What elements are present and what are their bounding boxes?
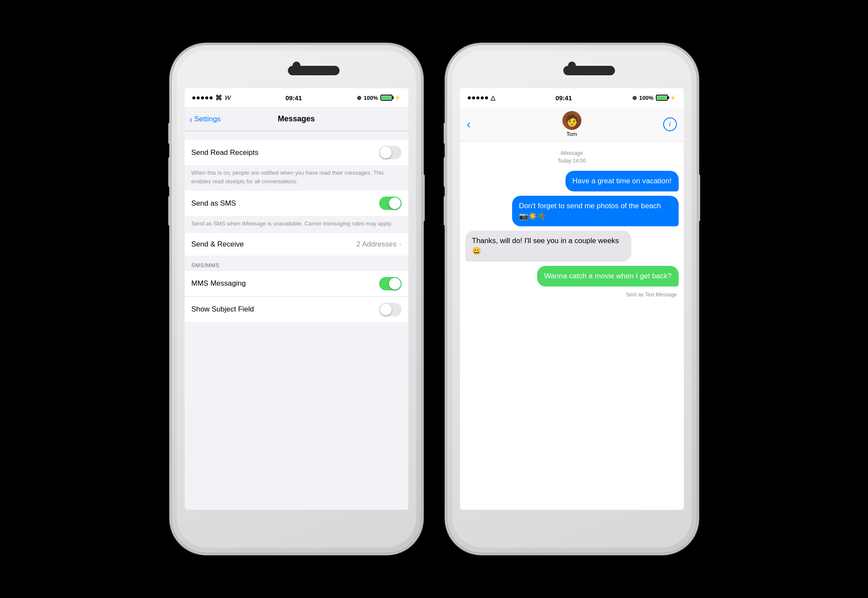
signal-dot-2 — [485, 96, 488, 99]
signal-strength-1 — [192, 96, 213, 99]
chevron-left-icon: ‹ — [190, 115, 193, 123]
status-left-1: ⌘︎ 𝓦 — [192, 94, 231, 102]
settings-content: Send Read Receipts When this is on, peop… — [185, 131, 408, 322]
send-as-sms-description: Send as SMS when iMessage is unavailable… — [185, 216, 408, 233]
signal-dot — [201, 96, 204, 99]
status-time-2: 09:41 — [556, 94, 572, 102]
mute-button-1[interactable] — [168, 123, 172, 144]
section-read-receipts: Send Read Receipts — [185, 140, 408, 165]
contact-name: Tom — [566, 131, 577, 137]
sms-mms-divider: SMS/MMS — [185, 256, 408, 271]
toggle-knob — [380, 147, 392, 158]
wifi-symbol-2: △ — [491, 94, 495, 101]
avatar: 🧑 — [562, 111, 581, 130]
section-send-receive: Send & Receive 2 Addresses › — [185, 233, 408, 256]
signal-dot-2 — [481, 96, 484, 99]
status-left-2: △ — [468, 94, 495, 101]
charging-icon-1: ⚡ — [395, 95, 401, 101]
signal-dot-2 — [472, 96, 475, 99]
signal-dot — [197, 96, 200, 99]
message-row-sent-3: Wanna catch a movie when I get back? — [465, 266, 679, 287]
sms-mms-label: SMS/MMS — [192, 262, 220, 268]
battery-2 — [656, 95, 668, 101]
power-button-1[interactable] — [421, 174, 425, 222]
signal-dot — [210, 96, 213, 99]
settings-screen: ⌘︎ 𝓦 09:41 ⊕ 100% ⚡ — [185, 88, 408, 510]
signal-dot — [192, 96, 195, 99]
message-timestamp: iMessage Today 14:00 — [465, 149, 679, 165]
wifi-icon-1: ⌘︎ — [215, 94, 222, 102]
send-as-sms-label: Send as SMS — [192, 199, 236, 208]
battery-percent-2: 100% — [639, 95, 653, 101]
toggle-knob-3 — [389, 278, 401, 290]
power-button-2[interactable] — [697, 174, 700, 222]
battery-1 — [380, 95, 392, 101]
addresses-count: 2 Addresses — [356, 240, 397, 249]
timestamp-label: iMessage — [465, 149, 679, 157]
info-icon: i — [669, 120, 671, 128]
signal-strength-2 — [468, 96, 488, 99]
send-receive-value: 2 Addresses › — [356, 240, 402, 249]
settings-nav: ‹ Settings Messages — [185, 107, 408, 131]
section-send-as-sms: Send as SMS — [185, 191, 408, 216]
row-send-as-sms[interactable]: Send as SMS — [185, 191, 408, 216]
signal-dot — [205, 96, 208, 99]
signal-dot-2 — [468, 96, 471, 99]
message-bubble-sent-3: Wanna catch a movie when I get back? — [537, 266, 678, 287]
status-bar-2: △ 09:41 ⊕ 100% ⚡ — [460, 88, 684, 107]
show-subject-toggle[interactable] — [379, 303, 402, 316]
read-receipts-label: Send Read Receipts — [192, 148, 259, 157]
message-bubble-sent-2: Don't forget to send me photos of the be… — [512, 196, 679, 227]
speaker-grille-1 — [288, 66, 340, 75]
toggle-knob-2 — [389, 197, 401, 209]
back-label: Settings — [194, 115, 220, 123]
toggle-knob-4 — [380, 304, 392, 315]
speaker-grille-2 — [563, 66, 615, 75]
spacer-top — [185, 131, 408, 140]
row-mms-messaging[interactable]: MMS Messaging — [185, 271, 408, 297]
message-row-received-1: Thanks, will do! I'll see you in a coupl… — [465, 231, 679, 262]
read-receipts-toggle[interactable] — [379, 146, 402, 159]
iphone-messages: △ 09:41 ⊕ 100% ⚡ ‹ — [447, 45, 697, 553]
volume-up-button-1[interactable] — [168, 157, 172, 187]
mms-messaging-label: MMS Messaging — [192, 279, 246, 288]
messages-content: iMessage Today 14:00 Have a great time o… — [460, 142, 684, 302]
iphone-settings: ⌘︎ 𝓦 09:41 ⊕ 100% ⚡ — [172, 45, 421, 553]
wifi-symbol-1: 𝓦 — [225, 94, 231, 102]
show-subject-label: Show Subject Field — [192, 305, 254, 314]
signal-dot-2 — [476, 96, 479, 99]
contact-info[interactable]: 🧑 Tom — [562, 111, 581, 137]
mute-button-2[interactable] — [444, 123, 447, 144]
row-send-receive[interactable]: Send & Receive 2 Addresses › — [185, 233, 408, 256]
row-show-subject[interactable]: Show Subject Field — [185, 297, 408, 322]
timestamp-subtext: Today 14:00 — [465, 157, 679, 165]
charging-icon-2: ⚡ — [670, 95, 676, 101]
messages-back-button[interactable]: ‹ — [467, 118, 471, 130]
message-status: Sent as Text Message — [465, 292, 677, 298]
mms-messaging-toggle[interactable] — [379, 277, 402, 290]
phones-container: ⌘︎ 𝓦 09:41 ⊕ 100% ⚡ — [172, 45, 697, 553]
settings-back-button[interactable]: ‹ Settings — [190, 115, 221, 123]
message-row-sent-2: Don't forget to send me photos of the be… — [465, 196, 679, 227]
battery-box-1 — [380, 95, 392, 101]
send-receive-label: Send & Receive — [192, 240, 244, 249]
battery-box-2 — [656, 95, 668, 101]
status-time-1: 09:41 — [285, 94, 302, 102]
row-read-receipts[interactable]: Send Read Receipts — [185, 140, 408, 165]
battery-percent-1: 100% — [364, 95, 378, 101]
location-icon-2: ⊕ — [632, 95, 637, 101]
status-bar-1: ⌘︎ 𝓦 09:41 ⊕ 100% ⚡ — [185, 88, 408, 107]
settings-page-title: Messages — [278, 114, 315, 123]
status-right-1: ⊕ 100% ⚡ — [357, 95, 400, 101]
messages-header: ‹ 🧑 Tom i — [460, 107, 684, 142]
read-receipts-description: When this is on, people are notified whe… — [185, 165, 408, 191]
volume-down-button-2[interactable] — [444, 196, 447, 226]
messages-screen: △ 09:41 ⊕ 100% ⚡ ‹ — [460, 88, 684, 510]
status-right-2: ⊕ 100% ⚡ — [632, 95, 676, 101]
send-as-sms-toggle[interactable] — [379, 197, 402, 210]
info-button[interactable]: i — [663, 117, 677, 131]
volume-up-button-2[interactable] — [444, 157, 447, 187]
message-bubble-sent-1: Have a great time on vacation! — [565, 171, 679, 191]
volume-down-button-1[interactable] — [168, 196, 172, 226]
message-bubble-received-1: Thanks, will do! I'll see you in a coupl… — [465, 231, 632, 262]
